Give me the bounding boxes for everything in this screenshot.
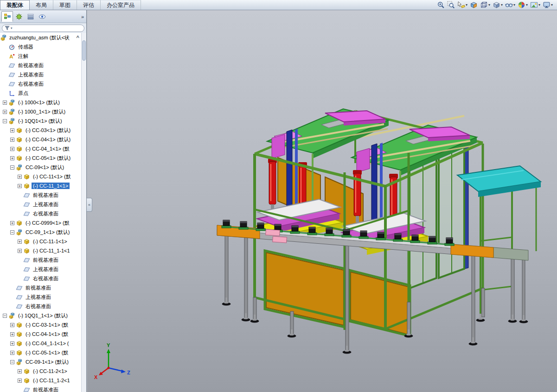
tree-item-label[interactable]: 上视基准面 — [32, 266, 60, 273]
tree-item[interactable]: +(-) CC-04_1-1<1> ( — [0, 339, 81, 348]
expand-icon[interactable]: + — [18, 369, 22, 373]
tree-item-label[interactable]: (-) CC-05-1<1> (默 — [24, 349, 70, 357]
command-tab-sketch[interactable]: 草图 — [53, 0, 77, 10]
tree-item-label[interactable]: (-) CC-04<1> (默认) — [24, 136, 72, 144]
tree-item-label[interactable]: (-) CC-11_1-2<1 — [32, 377, 71, 384]
tree-item-label[interactable]: (-) CC-03-1<1> (默 — [24, 321, 70, 329]
tree-item[interactable]: +(-) 1000_1<1> (默认) — [0, 107, 81, 116]
tree-item[interactable]: +(-) CC-04-1<1> (默 — [0, 329, 81, 339]
viewport-3d-model[interactable]: Y Z X — [87, 10, 557, 392]
tree-item-label[interactable]: (-) CC-04_1<1> (默 — [24, 145, 71, 153]
tree-item[interactable]: 上视基准面 — [0, 200, 81, 209]
view-orientation-button[interactable]: ▾ — [480, 0, 491, 10]
tree-item[interactable]: 右视基准面 — [0, 274, 81, 283]
tree-item-label[interactable]: (-) CC-03<1> (默认) — [24, 126, 72, 134]
expand-icon[interactable]: + — [18, 240, 22, 244]
collapse-icon[interactable]: − — [3, 119, 7, 123]
tree-item[interactable]: 右视基准面 — [0, 302, 81, 311]
tree-item-label[interactable]: (-) CC-04-1<1> (默 — [24, 330, 70, 338]
tree-item[interactable]: +(-) CC-05-1<1> (默 — [0, 348, 81, 357]
tree-item[interactable]: +(-) CC-03<1> (默认) — [0, 126, 81, 135]
tree-item-label[interactable]: 右视基准面 — [17, 80, 45, 88]
hide-show-items-button[interactable]: ▾ — [505, 0, 516, 10]
expand-icon[interactable]: + — [10, 147, 14, 151]
display-manager-tab[interactable] — [36, 11, 48, 22]
tree-item-label[interactable]: 前视基准面 — [32, 191, 60, 199]
tree-item[interactable]: −CC-09<1> (默认) — [0, 163, 81, 172]
tree-item[interactable]: +(-) CC-0999<1> (默 — [0, 218, 81, 228]
tree-item[interactable]: +(-) CC-11_1<1> — [0, 181, 81, 190]
tree-item[interactable]: 前视基准面 — [0, 190, 81, 200]
tree-item[interactable]: +(-) CC-11_1-2<1 — [0, 376, 81, 385]
collapse-icon[interactable]: − — [10, 230, 14, 234]
zoom-to-fit-button[interactable] — [436, 0, 445, 10]
tree-item-label[interactable]: 上视基准面 — [24, 293, 52, 301]
tree-item-label[interactable]: 前视基准面 — [17, 62, 45, 70]
tree-item-label[interactable]: 上视基准面 — [17, 71, 45, 79]
tree-item[interactable]: 上视基准面 — [0, 292, 81, 302]
tree-item-label[interactable]: (-) 1000<1> (默认) — [17, 99, 61, 107]
tree-item-label[interactable]: 上视基准面 — [32, 201, 60, 209]
expand-icon[interactable]: + — [10, 156, 14, 160]
expand-icon[interactable]: + — [3, 110, 7, 114]
tree-item[interactable]: 右视基准面 — [0, 79, 81, 89]
tree-item-label[interactable]: (-) CC-05<1> (默认) — [24, 154, 72, 162]
tree-item[interactable]: +(-) CC-11-2<1> — [0, 367, 81, 376]
red-cylinder[interactable] — [299, 165, 306, 208]
tree-item-label[interactable]: (-) CC-11<1> (默 — [32, 173, 72, 181]
expand-icon[interactable]: + — [10, 221, 14, 225]
tree-item[interactable]: 右视基准面 — [0, 209, 81, 218]
tree-root-label[interactable]: zuzhuangtu_asm (默认<状 — [8, 34, 71, 42]
expand-icon[interactable]: + — [10, 138, 14, 142]
tree-item-label[interactable]: 传感器 — [17, 43, 35, 51]
tree-item[interactable]: 前视基准面 — [0, 283, 81, 292]
section-view-button[interactable] — [469, 0, 478, 10]
feature-manager-tab[interactable] — [1, 11, 13, 22]
expand-icon[interactable]: + — [18, 249, 22, 253]
tree-item[interactable]: +(-) CC-11_1-1<1 — [0, 246, 81, 255]
collapse-icon[interactable]: − — [3, 314, 7, 318]
tree-item[interactable]: −(-) 1QQ1_1<1> (默认) — [0, 311, 81, 320]
graphics-viewport[interactable]: Y Z X — [87, 10, 557, 392]
tree-item-label[interactable]: 原点 — [17, 89, 30, 97]
tree-item-label[interactable]: 右视基准面 — [24, 303, 52, 310]
scrollbar-thumb[interactable] — [82, 40, 86, 61]
configuration-manager-tab[interactable] — [25, 11, 36, 22]
expand-icon[interactable]: + — [3, 101, 7, 105]
collapse-icon[interactable]: − — [10, 165, 14, 170]
tree-item[interactable]: +(-) CC-11<1> (默 — [0, 172, 81, 181]
tree-item-label[interactable]: (-) CC-04_1-1<1> ( — [24, 340, 70, 347]
tree-item-label[interactable]: 前视基准面 — [32, 386, 60, 392]
tree-item[interactable]: 前视基准面 — [0, 385, 81, 392]
tree-item-label[interactable]: (-) CC-11-2<1> — [32, 368, 69, 374]
expand-icon[interactable]: + — [10, 128, 14, 133]
tree-item-label[interactable]: CC-09-1<1> (默认) — [24, 358, 70, 366]
apply-scene-button[interactable]: ▾ — [530, 0, 541, 10]
tree-item-label[interactable]: 右视基准面 — [32, 275, 60, 283]
panel-tabs-overflow-icon[interactable]: » — [81, 14, 86, 19]
tree-item-label[interactable]: CC-09<1> (默认) — [24, 164, 65, 171]
tree-item-label[interactable]: 注解 — [17, 52, 30, 60]
zoom-to-area-button[interactable] — [447, 0, 455, 10]
red-cylinder[interactable] — [269, 162, 276, 204]
expand-icon[interactable]: + — [10, 323, 14, 327]
collapse-icon[interactable]: − — [10, 360, 14, 364]
tree-item[interactable]: 传感器 — [0, 42, 81, 51]
tree-item-label[interactable]: (-) 1000_1<1> (默认) — [17, 108, 67, 116]
chevron-up-icon[interactable]: ^ — [77, 35, 81, 40]
display-style-button[interactable]: ▾ — [492, 0, 503, 10]
tree-scrollbar[interactable] — [81, 33, 86, 392]
expand-icon[interactable]: + — [18, 379, 22, 383]
tree-item-label[interactable]: (-) CC-11-1<1> — [32, 238, 69, 245]
tree-item[interactable]: −CC-09_1<1> (默认) — [0, 228, 81, 237]
tree-item-label[interactable]: 前视基准面 — [24, 284, 52, 292]
command-tab-evaluate[interactable]: 评估 — [77, 0, 101, 10]
panel-collapse-handle[interactable]: « — [87, 198, 92, 212]
command-tab-layout[interactable]: 布局 — [30, 0, 53, 10]
measure-button[interactable]: ▾ — [457, 0, 468, 10]
expand-icon[interactable]: + — [10, 351, 14, 355]
tree-item-label[interactable]: (-) 1QQ1_1<1> (默认) — [17, 312, 69, 320]
view-settings-button[interactable]: ▾ — [542, 0, 553, 10]
command-tab-assembly[interactable]: 装配体 — [0, 0, 30, 10]
tree-item-label[interactable]: (-) CC-11_1-1<1 — [32, 247, 71, 254]
